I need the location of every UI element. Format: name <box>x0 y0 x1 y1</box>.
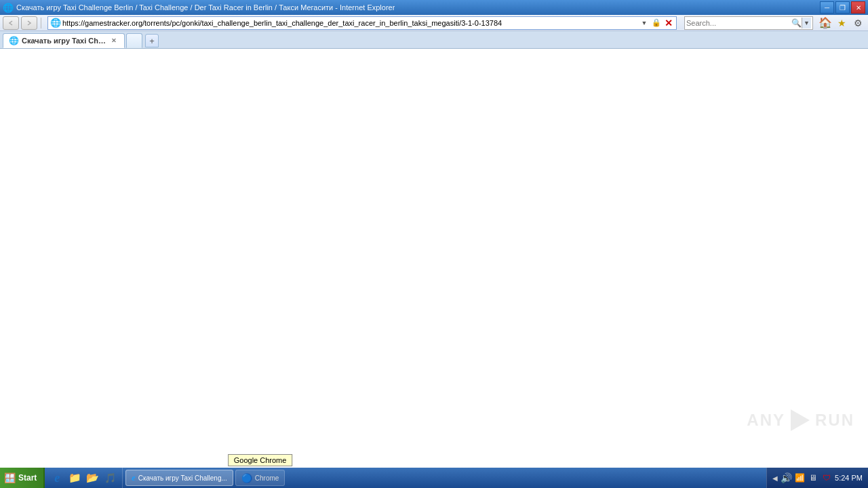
taskbar-items: e Скачать игру Taxi Challeng... 🔵 Chrome… <box>123 468 766 488</box>
search-bar: 🔍 ▼ <box>684 16 813 30</box>
back-button[interactable] <box>3 16 19 30</box>
start-button[interactable]: 🪟 Start <box>0 468 45 488</box>
address-input[interactable] <box>62 19 637 27</box>
folder-quicklaunch-icon[interactable]: 📂 <box>84 470 100 486</box>
tab-bar: 🌐 Скачать игру Taxi Challeng... ✕ + <box>0 31 868 49</box>
tab-1[interactable] <box>126 33 142 48</box>
tab-0[interactable]: 🌐 Скачать игру Taxi Challeng... ✕ <box>3 33 125 48</box>
security-icon[interactable]: 🛡 <box>821 472 832 483</box>
search-button[interactable]: 🔍 <box>791 18 802 28</box>
chrome-taskbar-item[interactable]: 🔵 Chrome Google Chrome <box>235 470 285 486</box>
stop-button[interactable]: ✕ <box>663 18 674 28</box>
titlebar: 🌐 Скачать игру Taxi Challenge Berlin / T… <box>0 0 868 15</box>
search-input[interactable] <box>686 19 791 27</box>
chrome-taskbar-icon: 🔵 <box>241 473 252 483</box>
chrome-tooltip: Google Chrome <box>228 454 293 466</box>
ie-taskbar-item[interactable]: e Скачать игру Taxi Challeng... <box>125 470 233 486</box>
toolbar-separator <box>41 18 41 28</box>
close-button[interactable]: ✕ <box>851 1 865 14</box>
ie-nav-icons: 🏠 ★ ⚙ <box>818 16 865 30</box>
new-tab-button[interactable]: + <box>145 34 159 47</box>
taskbar: 🪟 Start e 📁 📂 🎵 e Скачать игру Taxi Chal… <box>0 468 868 488</box>
titlebar-buttons: ─ ❐ ✕ <box>820 1 865 14</box>
lock-icon: 🔒 <box>651 18 662 28</box>
chrome-taskbar-label: Chrome <box>255 474 279 482</box>
start-icon: 🪟 <box>4 472 16 483</box>
tab-0-close[interactable]: ✕ <box>109 36 119 45</box>
explorer-quicklaunch-icon[interactable]: 📁 <box>66 470 83 486</box>
network-icon[interactable]: 📶 <box>794 472 805 483</box>
ie-taskbar-icon: e <box>132 473 135 483</box>
address-favicon: 🌐 <box>50 18 61 28</box>
home-button[interactable]: 🏠 <box>818 16 833 30</box>
system-tray: ◀ 🔊 📶 🖥 🛡 5:24 PM <box>766 468 868 488</box>
forward-button[interactable] <box>21 16 37 30</box>
content-area <box>0 49 868 451</box>
ie-taskbar-label: Скачать игру Taxi Challeng... <box>138 474 227 482</box>
tray-arrow[interactable]: ◀ <box>772 474 778 482</box>
volume-icon[interactable]: 🔊 <box>781 472 791 483</box>
address-bar: 🌐 ▼ 🔒 ✕ <box>47 16 677 30</box>
address-dropdown-button[interactable]: ▼ <box>639 18 650 28</box>
titlebar-title: Скачать игру Taxi Challenge Berlin / Tax… <box>16 3 395 12</box>
quick-launch: e 📁 📂 🎵 <box>45 468 123 488</box>
tab-0-label: Скачать игру Taxi Challeng... <box>22 37 106 45</box>
display-icon[interactable]: 🖥 <box>808 472 818 483</box>
tab-0-favicon: 🌐 <box>9 36 19 45</box>
clock[interactable]: 5:24 PM <box>835 474 863 482</box>
restore-button[interactable]: ❐ <box>835 1 850 14</box>
browser-icon: 🌐 <box>3 3 14 13</box>
search-provider-dropdown[interactable]: ▼ <box>802 18 811 28</box>
titlebar-left: 🌐 Скачать игру Taxi Challenge Berlin / T… <box>3 3 395 13</box>
toolbar: 🌐 ▼ 🔒 ✕ 🔍 ▼ 🏠 ★ ⚙ <box>0 15 868 31</box>
tools-button[interactable]: ⚙ <box>850 16 865 30</box>
start-label: Start <box>18 473 37 483</box>
media-quicklaunch-icon[interactable]: 🎵 <box>102 470 118 486</box>
favorites-button[interactable]: ★ <box>834 16 849 30</box>
minimize-button[interactable]: ─ <box>820 1 834 14</box>
ie-quicklaunch-icon[interactable]: e <box>49 470 65 486</box>
